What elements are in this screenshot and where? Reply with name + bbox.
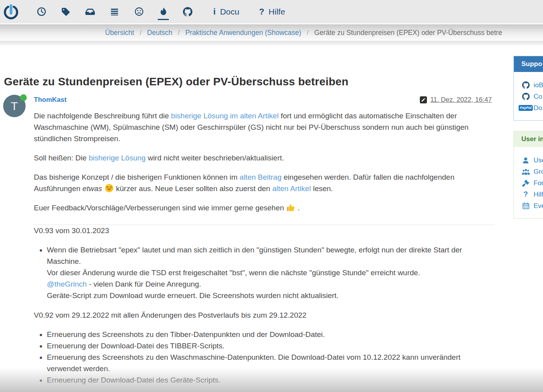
text-segment: lesen. — [311, 184, 333, 193]
inline-link[interactable]: alten Artikel — [272, 184, 311, 193]
sidebar-item-user[interactable]: Use — [521, 155, 543, 166]
breadcrumb-item-uebersicht[interactable]: Übersicht — [105, 29, 134, 37]
text-segment: Euer Feedback/Vorschläge/Verbesserungen … — [34, 204, 286, 212]
sidebar-item-groups[interactable]: Gro — [521, 166, 543, 177]
sidebar-item-label: Use — [534, 156, 543, 164]
support-box: Suppo ioB Co PayPal Do — [513, 56, 543, 121]
sidebar-item-label: Hilf — [534, 191, 543, 199]
changelog-heading: V0.93 vom 30.01.2023 — [34, 225, 492, 236]
sidebar-item-label: For — [534, 179, 543, 187]
paragraph: Soll heißen: Die bisherige Lösung wird n… — [34, 152, 492, 164]
breadcrumb-shadow — [0, 41, 543, 46]
emphasized-text: etwas — [83, 184, 102, 193]
edited-timestamp[interactable]: 11. Dez. 2022, 16:47 — [420, 96, 492, 104]
avatar-letter: T — [11, 99, 18, 113]
inline-link[interactable]: bisherige Lösung — [89, 154, 146, 162]
list-item: Erneuerung der Download-Datei des Geräte… — [47, 374, 492, 386]
group-icon — [521, 168, 530, 175]
changelog-heading: V0.92 vom 29.12.2022 mit allen Änderunge… — [34, 309, 492, 321]
hilfe-link[interactable]: ? Hilfe — [259, 7, 285, 17]
paragraph: Die nachfolgende Beschreibung führt die … — [34, 110, 492, 144]
topic-content-area: Geräte zu Stundenpreisen (EPEX) oder PV-… — [0, 75, 543, 392]
changelog-list: Wenn die Betriebsart "epex" lautet und m… — [34, 244, 492, 301]
breadcrumb-item-deutsch[interactable]: Deutsch — [147, 29, 172, 37]
text-segment: Erneuerung der Download-Datei des TIBBER… — [47, 342, 225, 350]
sidebar-item-hilfe[interactable]: ? Hilf — [521, 189, 543, 200]
tag-icon[interactable] — [61, 7, 70, 17]
post-body: Die nachfolgende Beschreibung führt die … — [34, 110, 492, 392]
user-info-box-title: User inf — [514, 131, 543, 147]
text-segment: Vor dieser Änderung wurde die TSD erst f… — [47, 269, 420, 277]
user-icon — [521, 157, 530, 164]
sidebar-item-community[interactable]: Co — [521, 91, 543, 102]
inline-link[interactable]: bisherige Lösung im alten Artikel — [171, 112, 279, 120]
gavel-icon — [521, 180, 530, 187]
text-segment: kürzer aus. Neue Leser sollten also zuer… — [116, 184, 272, 193]
text-segment: Die nachfolgende Beschreibung führt die — [34, 112, 171, 120]
breadcrumb-separator: / — [307, 29, 309, 37]
pencil-icon — [420, 96, 427, 103]
edited-time-text: 11. Dez. 2022, 16:47 — [430, 96, 492, 104]
list-item: Erneuerung der Download-Datei des TIBBER… — [47, 340, 492, 352]
sidebar-item-label: Co — [534, 93, 542, 101]
sidebar-item-iobroker[interactable]: ioB — [521, 79, 543, 91]
github-icon — [521, 81, 530, 89]
breadcrumb: Übersicht / Deutsch / Praktische Anwendu… — [0, 24, 543, 41]
post-meta-row: ThomKast 11. Dez. 2022, 16:47 — [34, 96, 492, 104]
breadcrumb-item-showcase[interactable]: Praktische Anwendungen (Showcase) — [185, 29, 301, 37]
text-segment: Erneuerung des Screenshots zu den Tibber… — [47, 330, 325, 339]
text-segment: Geräte-Script zum Download wurde erneuer… — [47, 291, 338, 300]
frown-face-icon[interactable] — [134, 7, 144, 17]
question-icon: ? — [259, 7, 264, 17]
avatar[interactable]: T — [3, 95, 26, 117]
sidebar-item-label: Do — [534, 104, 542, 112]
calendar-icon — [521, 202, 530, 210]
sidebar-item-events[interactable]: Eve — [521, 200, 543, 212]
breadcrumb-separator: / — [140, 29, 142, 37]
thumbs-up-emoji-icon — [286, 203, 295, 212]
hilfe-label: Hilfe — [269, 7, 285, 17]
list-item: Erneuerung des Screenshots zu den Tibber… — [47, 329, 492, 340]
user-info-box: User inf Use Gro For ? — [513, 131, 543, 219]
info-icon: i — [213, 7, 216, 17]
sidebar-item-label: ioB — [534, 81, 543, 89]
sidebar-item-forum-rules[interactable]: For — [521, 177, 543, 189]
question-icon: ? — [521, 190, 530, 199]
list-icon[interactable] — [110, 7, 119, 17]
github-icon — [521, 93, 530, 100]
page-title: Geräte zu Stundenpreisen (EPEX) oder PV-… — [4, 75, 492, 88]
sidebar-item-label: Eve — [534, 202, 543, 210]
support-box-title: Suppo — [514, 56, 543, 72]
text-segment: . — [297, 204, 299, 212]
top-navigation-bar: i Docu ? Hilfe — [0, 0, 543, 23]
tongue-out-emoji-icon — [105, 184, 114, 193]
inbox-icon[interactable] — [85, 7, 95, 17]
text-segment — [102, 184, 104, 193]
breadcrumb-current-topic: Geräte zu Stundenpreisen (EPEX) oder PV-… — [314, 29, 502, 37]
text-segment: Soll heißen: Die — [34, 154, 89, 162]
flame-icon[interactable] — [159, 7, 168, 17]
text-segment: Erneuerung der Download-Datei des Geräte… — [47, 376, 220, 384]
docu-label: Docu — [220, 7, 239, 17]
list-item: Wenn die Betriebsart "epex" lautet und m… — [47, 244, 492, 301]
paragraph: Das bisherige Konzept / die bisherigen F… — [34, 171, 492, 194]
paypal-icon: PayPal — [521, 105, 530, 111]
inline-link[interactable]: @theGrinch — [47, 280, 87, 288]
breadcrumb-separator: / — [178, 29, 180, 37]
iobroker-logo[interactable] — [3, 4, 19, 20]
inline-link[interactable]: alten Beitrag — [240, 173, 282, 181]
paragraph: Euer Feedback/Vorschläge/Verbesserungen … — [34, 202, 492, 213]
github-icon[interactable] — [183, 7, 192, 17]
list-item: Erneuerung des Screenshots zu den Waschm… — [47, 352, 492, 374]
text-segment: wird nicht weiter beschrieben/aktualisie… — [146, 154, 284, 162]
author-link[interactable]: ThomKast — [34, 96, 66, 104]
sidebar-item-label: Gro — [534, 168, 543, 176]
text-segment: Das bisherige Konzept / die bisherigen F… — [34, 173, 240, 181]
text-segment: Wenn die Betriebsart "epex" lautet und m… — [47, 246, 462, 265]
text-segment: - vielen Dank für Deine Anregung. — [87, 280, 201, 288]
sidebar-item-donate[interactable]: PayPal Do — [521, 102, 543, 114]
online-status-dot — [20, 94, 27, 101]
clock-icon[interactable] — [37, 7, 46, 17]
text-segment: Erneuerung des Screenshots zu den Waschm… — [47, 353, 460, 373]
docu-link[interactable]: i Docu — [213, 7, 239, 17]
